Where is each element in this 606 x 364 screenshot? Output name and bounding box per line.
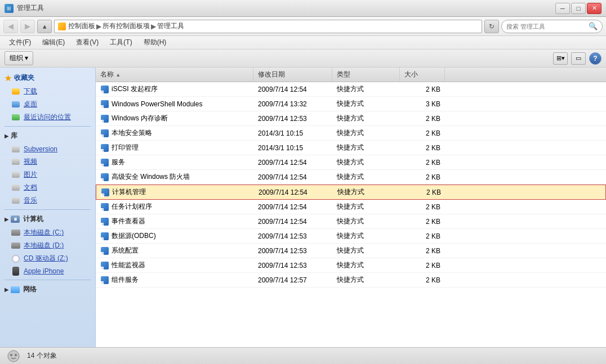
file-row[interactable]: ↗ 性能监视器2009/7/14 12:53快捷方式2 KB (96, 258, 606, 273)
file-row[interactable]: ↗ 本地安全策略2014/3/1 10:15快捷方式2 KB (96, 126, 606, 141)
title-bar-left: ⊞ 管理工具 (5, 3, 44, 13)
sidebar-computer-header[interactable]: ▶ 🖥 计算机 (0, 212, 95, 226)
sidebar-item-downloads[interactable]: 下载 (0, 85, 95, 98)
file-name-label: Windows 内存诊断 (112, 114, 168, 123)
sidebar-item-subversion[interactable]: Subversion (0, 143, 95, 155)
file-cell-type: 快捷方式 (332, 83, 400, 95)
file-cell-type: 快捷方式 (332, 274, 400, 286)
file-cell-date: 2009/7/14 12:57 (253, 275, 332, 285)
sidebar-item-recent[interactable]: 最近访问的位置 (0, 111, 95, 124)
file-icon: ↗ (100, 100, 109, 109)
folder-blue-icon (12, 101, 20, 107)
close-button[interactable]: ✕ (587, 3, 601, 14)
col-header-type[interactable]: 类型 (332, 68, 400, 82)
sidebar-item-drive-d[interactable]: 本地磁盘 (D:) (0, 239, 95, 252)
file-cell-name: ↗ Windows PowerShell Modules (96, 98, 253, 110)
sidebar-item-documents[interactable]: 文档 (0, 181, 95, 194)
sidebar-item-video[interactable]: 视频 (0, 155, 95, 168)
recent-icon (11, 113, 20, 122)
file-name-label: 服务 (112, 158, 125, 167)
file-row[interactable]: ↗ 任务计划程序2009/7/14 12:54快捷方式2 KB (96, 200, 606, 214)
view-button[interactable]: ⊞▾ (553, 52, 568, 65)
sidebar-network-header[interactable]: ▶ 网络 (0, 282, 95, 296)
col-header-size[interactable]: 大小 (400, 68, 445, 82)
sidebar-item-drive-c[interactable]: 本地磁盘 (C:) (0, 226, 95, 239)
refresh-button[interactable]: ↻ (484, 20, 499, 33)
back-button[interactable]: ◀ (3, 20, 18, 33)
sidebar-music-label: 音乐 (24, 196, 37, 205)
file-row[interactable]: ↗ Windows PowerShell Modules2009/7/14 13… (96, 97, 606, 111)
file-area: 名称 ▲ 修改日期 类型 大小 ↗ iSCSI 发起程序2009/7/14 12… (96, 68, 606, 347)
sidebar-drive-c-label: 本地磁盘 (C:) (24, 228, 64, 237)
maximize-button[interactable]: □ (571, 3, 586, 14)
help-button[interactable]: ? (589, 52, 601, 65)
music-icon (11, 196, 20, 205)
menu-view[interactable]: 查看(V) (72, 37, 103, 48)
file-cell-size: 2 KB (400, 128, 445, 138)
address-path-box[interactable]: 控制面板 ▶ 所有控制面板项 ▶ 管理工具 (54, 20, 482, 33)
file-row[interactable]: ↗ 高级安全 Windows 防火墙2009/7/14 12:54快捷方式2 K… (96, 170, 606, 185)
file-row[interactable]: ↗ iSCSI 发起程序2009/7/14 12:54快捷方式2 KB (96, 82, 606, 97)
up-button[interactable]: ▴ (37, 20, 52, 33)
organize-button[interactable]: 组织 ▾ (5, 51, 33, 65)
cd-z-icon (11, 254, 20, 263)
file-cell-size: 2 KB (400, 202, 445, 212)
divider-3 (5, 280, 91, 280)
file-cell-date: 2009/7/14 12:53 (253, 246, 332, 256)
file-row[interactable]: ↗ 组件服务2009/7/14 12:57快捷方式2 KB (96, 273, 606, 287)
file-cell-date: 2009/7/14 12:54 (253, 172, 332, 182)
menu-edit[interactable]: 编辑(E) (38, 37, 69, 48)
file-cell-size: 2 KB (400, 84, 445, 95)
sidebar-drive-d-label: 本地磁盘 (D:) (24, 241, 64, 250)
library-expand-icon: ▶ (5, 133, 8, 139)
subversion-icon (11, 145, 20, 154)
menu-help[interactable]: 帮助(H) (139, 37, 171, 48)
file-cell-size: 2 KB (400, 187, 445, 197)
file-cell-size: 2 KB (400, 172, 445, 182)
file-cell-size: 2 KB (400, 143, 445, 153)
file-row[interactable]: ↗ 计算机管理2009/7/14 12:54快捷方式2 KB (96, 185, 606, 200)
file-row[interactable]: ↗ 打印管理2014/3/1 10:15快捷方式2 KB (96, 141, 606, 155)
sidebar-item-desktop[interactable]: 桌面 (0, 98, 95, 111)
file-row[interactable]: ↗ Windows 内存诊断2009/7/14 12:53快捷方式2 KB (96, 111, 606, 126)
file-cell-size: 2 KB (400, 158, 445, 168)
file-name-label: 事件查看器 (112, 217, 145, 226)
file-cell-date: 2014/3/1 10:15 (253, 143, 332, 153)
col-header-name[interactable]: 名称 ▲ (96, 68, 253, 82)
file-cell-size: 2 KB (400, 260, 445, 271)
file-cell-name: ↗ iSCSI 发起程序 (96, 83, 253, 95)
pane-button[interactable]: ▭ (571, 52, 586, 65)
sidebar-library-label: 库 (11, 131, 17, 141)
file-row[interactable]: ↗ 事件查看器2009/7/14 12:54快捷方式2 KB (96, 214, 606, 229)
search-input[interactable] (506, 23, 586, 30)
sidebar-favorites-header[interactable]: ★ 收藏夹 (0, 71, 95, 85)
sidebar-item-apple-iphone[interactable]: Apple iPhone (0, 265, 95, 277)
file-row[interactable]: ↗ 系统配置2009/7/14 12:53快捷方式2 KB (96, 244, 606, 258)
drive-d-icon (11, 241, 20, 250)
file-icon: ↗ (100, 203, 109, 212)
file-rows-container: ↗ iSCSI 发起程序2009/7/14 12:54快捷方式2 KB ↗ Wi… (96, 82, 606, 287)
sidebar-item-pictures[interactable]: 图片 (0, 168, 95, 181)
col-header-date[interactable]: 修改日期 (253, 68, 332, 82)
search-icon[interactable]: 🔍 (589, 22, 598, 30)
file-row[interactable]: ↗ 服务2009/7/14 12:54快捷方式2 KB (96, 155, 606, 170)
sidebar-item-music[interactable]: 音乐 (0, 194, 95, 207)
forward-button[interactable]: ▶ (20, 20, 35, 33)
search-box[interactable]: 🔍 (501, 20, 603, 33)
sidebar-library-header[interactable]: ▶ 库 (0, 129, 95, 143)
divider-2 (5, 209, 91, 210)
file-cell-name: ↗ 组件服务 (96, 274, 253, 286)
svg-point-1 (10, 354, 12, 356)
file-cell-name: ↗ 性能监视器 (96, 259, 253, 271)
file-row[interactable]: ↗ 数据源(ODBC)2009/7/14 12:53快捷方式2 KB (96, 229, 606, 244)
sidebar-pictures-label: 图片 (24, 170, 37, 179)
file-cell-type: 快捷方式 (332, 201, 400, 213)
computer-expand-icon: ▶ (5, 217, 8, 222)
title-bar-buttons: ─ □ ✕ (555, 3, 601, 14)
sidebar-item-cd-z[interactable]: CD 驱动器 (Z:) (0, 252, 95, 265)
video-icon (11, 158, 20, 167)
minimize-button[interactable]: ─ (555, 3, 570, 14)
menu-file[interactable]: 文件(F) (5, 37, 35, 48)
file-icon: ↗ (100, 246, 109, 255)
menu-tools[interactable]: 工具(T) (105, 37, 136, 48)
